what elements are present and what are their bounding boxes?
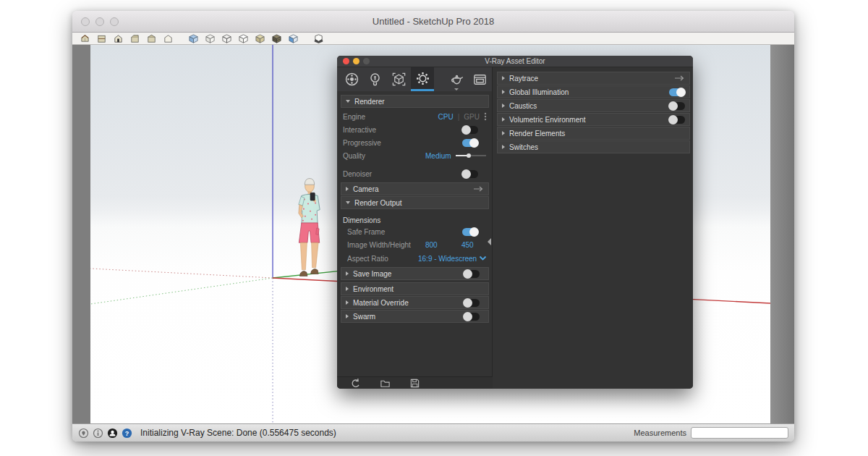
wireframe-mode-icon[interactable] — [221, 33, 232, 44]
section-caustics[interactable]: Caustics — [497, 99, 690, 112]
panel-collapse-handle[interactable] — [488, 238, 491, 245]
back-view-icon[interactable] — [145, 33, 157, 44]
engine-divider: | — [458, 113, 460, 121]
image-height-field[interactable]: 450 — [461, 241, 474, 249]
chevron-right-icon — [502, 145, 505, 149]
scale-figure — [287, 177, 332, 279]
viewport-right-gutter — [770, 45, 794, 423]
denoiser-label: Denoiser — [343, 170, 372, 178]
chevron-right-icon — [502, 117, 505, 122]
shaded-textures-mode-icon[interactable] — [271, 33, 282, 44]
image-width-field[interactable]: 800 — [425, 241, 438, 249]
model-info-icon[interactable] — [93, 428, 103, 439]
swarm-toggle[interactable] — [464, 313, 480, 321]
xray-mode-icon[interactable] — [187, 33, 199, 44]
svg-text:?: ? — [125, 429, 129, 436]
jump-arrow-icon[interactable] — [473, 186, 484, 192]
section-label: Swarm — [353, 313, 375, 321]
vray-title-bar: V-Ray Asset Editor — [337, 56, 693, 67]
section-camera[interactable]: Camera — [341, 182, 489, 195]
tab-materials[interactable] — [340, 67, 364, 91]
tab-settings[interactable] — [411, 67, 435, 91]
global-illumination-toggle[interactable] — [669, 88, 685, 96]
tab-lights[interactable] — [364, 67, 388, 91]
material-override-toggle[interactable] — [464, 299, 480, 307]
hidden-line-mode-icon[interactable] — [237, 33, 249, 44]
progressive-row: Progressive — [337, 136, 493, 149]
measurements-input[interactable] — [691, 427, 788, 439]
title-bar: Untitled - SketchUp Pro 2018 — [72, 11, 794, 33]
section-swarm[interactable]: Swarm — [341, 310, 489, 323]
jump-arrow-icon[interactable] — [674, 75, 685, 81]
quality-value[interactable]: Medium — [425, 152, 451, 160]
aspect-ratio-label: Aspect Ratio — [343, 255, 388, 263]
engine-cpu-option[interactable]: CPU — [438, 113, 454, 121]
section-material-override[interactable]: Material Override — [341, 296, 489, 309]
iso-view-icon[interactable] — [79, 33, 90, 44]
interactive-toggle[interactable] — [462, 126, 478, 134]
right-view-icon[interactable] — [129, 33, 140, 44]
section-label: Raytrace — [509, 75, 538, 83]
chevron-down-icon — [346, 201, 350, 204]
section-label: Camera — [353, 185, 379, 193]
caustics-toggle[interactable] — [669, 102, 685, 110]
engine-gpu-option[interactable]: GPU — [464, 113, 480, 121]
quality-label: Quality — [343, 152, 365, 160]
safe-frame-toggle[interactable] — [462, 228, 478, 236]
chevron-right-icon — [346, 314, 349, 318]
image-size-label: Image Width/Height — [343, 241, 411, 249]
section-render-output[interactable]: Render Output — [341, 196, 489, 209]
render-teapot-icon — [453, 78, 460, 84]
geolocation-icon[interactable] — [78, 428, 89, 439]
section-label: Render Elements — [509, 130, 565, 138]
chevron-right-icon — [502, 104, 505, 108]
section-environment[interactable]: Environment — [341, 282, 489, 295]
help-icon[interactable]: ? — [122, 428, 132, 439]
back-edges-mode-icon[interactable] — [204, 33, 216, 44]
sign-in-icon[interactable] — [107, 428, 118, 439]
vray-footer-bar — [337, 376, 493, 389]
viewport-left-gutter — [72, 45, 90, 423]
section-save-image[interactable]: Save Image — [341, 267, 489, 280]
volumetric-environment-toggle[interactable] — [669, 116, 685, 124]
aspect-ratio-row: Aspect Ratio 16:9 - Widescreen — [337, 252, 493, 265]
window-title: Untitled - SketchUp Pro 2018 — [72, 16, 794, 27]
render-options-caret[interactable] — [454, 88, 459, 90]
section-raytrace[interactable]: Raytrace — [497, 72, 690, 85]
aspect-ratio-dropdown[interactable]: 16:9 - Widescreen — [418, 255, 477, 263]
views-styles-toolbar — [72, 33, 794, 45]
open-folder-icon[interactable] — [380, 378, 391, 389]
progressive-toggle[interactable] — [462, 139, 478, 147]
section-renderer[interactable]: Renderer — [341, 95, 489, 108]
shadows-toggle-icon[interactable] — [312, 33, 324, 44]
chevron-right-icon — [502, 131, 505, 135]
section-render-elements[interactable]: Render Elements — [497, 127, 690, 140]
section-global-illumination[interactable]: Global Illumination — [497, 85, 690, 98]
front-view-icon[interactable] — [112, 33, 124, 44]
section-volumetric-environment[interactable]: Volumetric Environment — [497, 113, 690, 126]
save-image-toggle[interactable] — [464, 270, 480, 278]
undo-icon[interactable] — [350, 378, 361, 389]
tab-geometry[interactable] — [387, 67, 411, 91]
progressive-label: Progressive — [343, 139, 381, 147]
interactive-row: Interactive — [337, 123, 493, 136]
quality-slider-knob[interactable] — [467, 153, 471, 158]
sketchup-window: Untitled - SketchUp Pro 2018 — [72, 11, 794, 442]
save-icon[interactable] — [409, 378, 420, 389]
render-button[interactable] — [445, 67, 469, 91]
monochrome-mode-icon[interactable] — [287, 33, 299, 44]
quality-slider[interactable] — [456, 155, 486, 156]
denoiser-row: Denoiser — [337, 167, 493, 180]
dropdown-chevron-icon[interactable] — [479, 256, 487, 261]
section-label: Save Image — [353, 270, 391, 278]
section-switches[interactable]: Switches — [497, 140, 690, 153]
quality-row: Quality Medium — [337, 149, 493, 162]
denoiser-toggle[interactable] — [462, 170, 478, 178]
shaded-mode-icon[interactable] — [254, 33, 265, 44]
left-view-icon[interactable] — [162, 33, 174, 44]
section-label: Render Output — [354, 199, 402, 207]
top-view-icon[interactable] — [95, 33, 107, 44]
frame-buffer-button[interactable] — [468, 67, 492, 91]
kebab-menu-icon[interactable] — [484, 112, 487, 121]
safe-frame-label: Safe Frame — [343, 228, 385, 236]
